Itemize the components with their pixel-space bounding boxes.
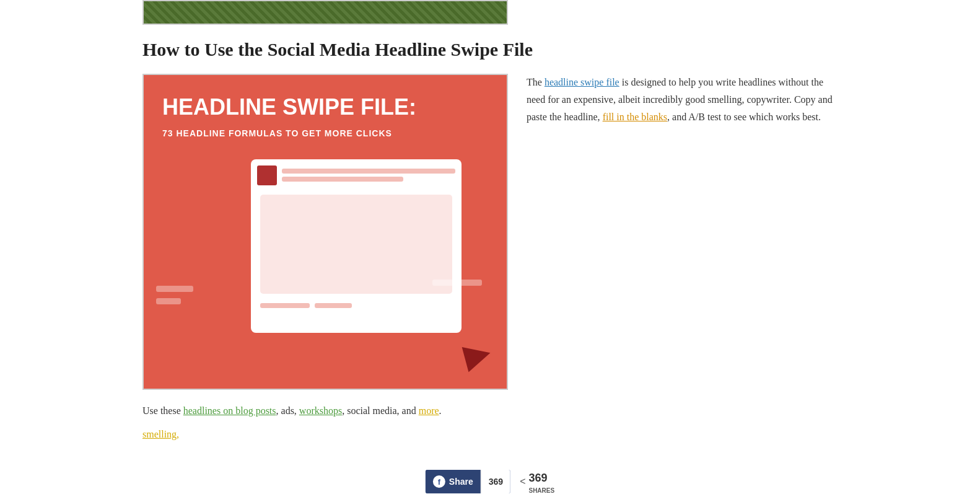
- browser-url-lines: [282, 169, 455, 182]
- more-link[interactable]: more: [419, 405, 439, 416]
- content-layout: HEADLINE SWIPE FILE: 73 HEADLINE FORMULA…: [142, 74, 838, 390]
- headline-swipe-file-link[interactable]: headline swipe file: [545, 77, 619, 87]
- shares-info: 369 SHARES: [528, 469, 554, 494]
- sidebar-ab-text: , and A/B test to see which works best.: [667, 112, 821, 122]
- side-decoration-left-2: [156, 298, 181, 304]
- below-text-1: Use these: [142, 405, 183, 416]
- main-content: How to Use the Social Media Headline Swi…: [0, 25, 980, 480]
- swipe-file-subtitle: 73 HEADLINE FORMULAS TO GET MORE CLICKS: [144, 123, 507, 152]
- article-title: How to Use the Social Media Headline Swi…: [142, 37, 838, 61]
- below-content: Use these headlines on blog posts, ads, …: [142, 402, 838, 420]
- browser-top: [251, 159, 462, 192]
- facebook-icon: f: [433, 475, 445, 488]
- browser-favicon: [257, 165, 277, 185]
- below-text-4: .: [439, 405, 442, 416]
- browser-bottom-lines: [251, 297, 462, 311]
- shares-count: 369: [528, 469, 554, 487]
- shares-text: SHARES: [528, 487, 554, 494]
- partial-text: smelling,: [142, 426, 838, 443]
- browser-content-area: [260, 195, 452, 294]
- facebook-icon-part: f Share: [426, 470, 481, 493]
- browser-bottom-line-1: [260, 303, 310, 308]
- browser-line-1: [282, 169, 455, 174]
- share-bar: f Share 369 < 369 SHARES: [426, 469, 554, 494]
- browser-line-2: [282, 177, 403, 182]
- sidebar-intro-text: The: [527, 77, 545, 87]
- side-decoration-right: [432, 280, 482, 286]
- below-text-3: , social media, and: [342, 405, 419, 416]
- workshops-link[interactable]: workshops: [299, 405, 342, 416]
- browser-mockup: [251, 159, 462, 333]
- fill-blanks-link[interactable]: fill in the blanks: [603, 112, 667, 122]
- hero-image: [142, 0, 508, 25]
- featured-image: HEADLINE SWIPE FILE: 73 HEADLINE FORMULA…: [142, 74, 508, 390]
- below-text-2: , ads,: [276, 405, 299, 416]
- page-wrapper: How to Use the Social Media Headline Swi…: [0, 0, 980, 494]
- partial-link[interactable]: smelling,: [142, 429, 179, 439]
- share-label: Share: [449, 477, 473, 487]
- sidebar-description: The headline swipe file is designed to h…: [527, 74, 838, 126]
- side-decoration-left-1: [156, 286, 193, 292]
- browser-bottom-line-2: [315, 303, 352, 308]
- less-than-icon: <: [520, 474, 525, 490]
- swipe-file-title: HEADLINE SWIPE FILE:: [144, 75, 507, 123]
- facebook-share-button[interactable]: f Share 369: [426, 470, 510, 493]
- total-shares: < 369 SHARES: [520, 469, 554, 494]
- headlines-blog-posts-link[interactable]: headlines on blog posts: [183, 405, 276, 416]
- facebook-count: 369: [481, 470, 510, 493]
